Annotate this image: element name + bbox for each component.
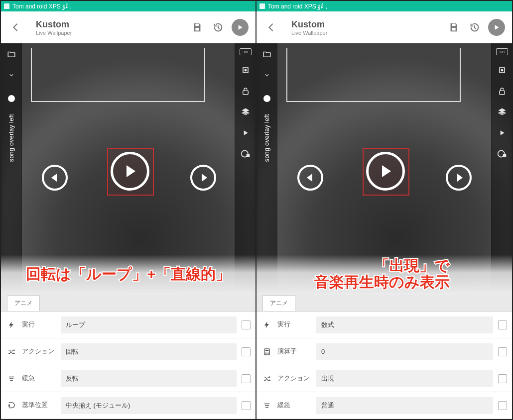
- svg-rect-14: [503, 154, 506, 157]
- caption-text: 「出現」で 音楽再生時のみ表示: [314, 257, 455, 292]
- focus-icon[interactable]: [496, 64, 508, 76]
- row-label: 緩急: [277, 401, 311, 410]
- tab-anime[interactable]: アニメ: [262, 295, 295, 311]
- back-button[interactable]: [261, 17, 280, 38]
- settings-row[interactable]: 演算子 0: [256, 338, 512, 365]
- back-button[interactable]: [6, 17, 25, 38]
- layer-name: song overlay left: [8, 114, 15, 162]
- unlock-icon[interactable]: [240, 85, 252, 97]
- preview-stage: song overlay left 3/8 「出現」で 音楽再生時のみ表示: [256, 43, 512, 295]
- row-checkbox[interactable]: [242, 320, 251, 329]
- save-button[interactable]: [188, 17, 207, 38]
- toolbar: Kustom Live Wallpaper: [256, 11, 512, 43]
- next-button[interactable]: [446, 165, 472, 191]
- row-value[interactable]: 出現: [316, 370, 493, 387]
- screen-badge[interactable]: 3/8: [496, 48, 508, 55]
- row-checkbox[interactable]: [242, 401, 251, 410]
- svg-rect-4: [243, 91, 248, 95]
- row-checkbox[interactable]: [498, 347, 507, 356]
- prev-button[interactable]: [42, 165, 68, 191]
- save-button[interactable]: [444, 17, 463, 38]
- play-button[interactable]: [488, 19, 505, 36]
- row-value[interactable]: 数式: [316, 316, 493, 333]
- row-value[interactable]: ループ: [61, 316, 237, 333]
- focus-icon[interactable]: [240, 64, 252, 76]
- app-panel: Tom and roid XPS ءُوْ , Kustom Live Wall…: [1, 1, 256, 419]
- row-checkbox[interactable]: [242, 347, 251, 356]
- app-title: Kustom: [36, 19, 186, 30]
- status-icon: [4, 3, 9, 9]
- globe-lock-icon[interactable]: [496, 148, 508, 160]
- row-checkbox[interactable]: [498, 374, 507, 383]
- row-value[interactable]: 普通: [316, 397, 493, 414]
- history-button[interactable]: [465, 17, 484, 38]
- svg-point-19: [268, 351, 269, 352]
- layer-indicator[interactable]: [8, 95, 15, 102]
- row-value[interactable]: 0: [316, 343, 493, 360]
- tab-anime[interactable]: アニメ: [7, 295, 40, 311]
- svg-point-3: [244, 69, 247, 72]
- row-value[interactable]: 中央揃え (モジュール): [61, 397, 237, 414]
- chevron-down-icon[interactable]: [5, 69, 17, 81]
- settings-row[interactable]: 緩急 普通: [256, 392, 512, 419]
- folder-icon[interactable]: [261, 48, 273, 60]
- row-label: アクション: [277, 374, 311, 383]
- settings-row[interactable]: 実行 数式: [256, 312, 512, 338]
- svg-point-17: [265, 351, 266, 352]
- settings-row[interactable]: アクション 回転: [1, 338, 256, 365]
- row-value[interactable]: 反転: [61, 370, 237, 387]
- tab-bar: アニメ: [256, 295, 512, 312]
- row-label: アクション: [22, 347, 56, 356]
- row-checkbox[interactable]: [498, 401, 507, 410]
- app-subtitle: Live Wallpaper: [36, 30, 186, 36]
- svg-rect-16: [265, 350, 269, 351]
- album-art-frame: [31, 48, 205, 102]
- row-label: 緩急: [22, 374, 56, 383]
- settings-row[interactable]: 緩急 反転: [1, 365, 256, 392]
- svg-rect-12: [499, 91, 505, 95]
- shuffle-icon: [6, 348, 17, 356]
- settings-row[interactable]: アクション 出現: [256, 365, 512, 392]
- row-label: 基準位置: [22, 401, 56, 410]
- history-button[interactable]: [209, 17, 228, 38]
- svg-point-18: [266, 351, 267, 352]
- app-subtitle: Live Wallpaper: [291, 30, 442, 36]
- unlock-icon[interactable]: [496, 85, 508, 97]
- svg-rect-9: [452, 28, 455, 30]
- caption-text: 回転は「ループ」+「直線的」: [26, 266, 231, 284]
- play-icon[interactable]: [496, 127, 508, 139]
- caption-overlay: 「出現」で 音楽再生時のみ表示: [256, 255, 512, 295]
- play-main-button[interactable]: [366, 152, 405, 191]
- status-text: Tom and roid XPS ءُوْ ,: [12, 3, 72, 10]
- bolt-icon: [6, 320, 17, 329]
- status-bar: Tom and roid XPS ءُوْ ,: [256, 1, 512, 11]
- layer-name: song overlay left: [263, 114, 270, 162]
- title-block: Kustom Live Wallpaper: [27, 19, 186, 36]
- next-button[interactable]: [190, 165, 216, 191]
- status-text: Tom and roid XPS ءُوْ ,: [268, 3, 327, 10]
- layers-icon[interactable]: [240, 106, 252, 118]
- globe-lock-icon[interactable]: [240, 148, 252, 160]
- play-icon[interactable]: [240, 127, 252, 139]
- screen-badge[interactable]: 3/8: [240, 48, 252, 55]
- play-button[interactable]: [232, 19, 249, 36]
- anchor-icon: [6, 401, 17, 410]
- row-checkbox[interactable]: [498, 320, 507, 329]
- settings-row[interactable]: 実行 ループ: [1, 312, 256, 338]
- layer-indicator[interactable]: [263, 95, 270, 102]
- status-icon: [259, 3, 265, 9]
- app-panel: Tom and roid XPS ءُوْ , Kustom Live Wall…: [256, 1, 512, 419]
- shuffle-icon: [261, 375, 272, 383]
- row-value[interactable]: 回転: [61, 343, 237, 360]
- settings-row[interactable]: 基準位置 中央揃え (モジュール): [1, 392, 256, 419]
- row-checkbox[interactable]: [242, 374, 251, 383]
- layers-icon[interactable]: [496, 106, 508, 118]
- chevron-down-icon[interactable]: [261, 69, 273, 81]
- play-main-button[interactable]: [111, 152, 149, 191]
- svg-rect-6: [246, 154, 250, 157]
- svg-rect-0: [195, 24, 199, 26]
- prev-button[interactable]: [297, 165, 323, 191]
- row-label: 実行: [277, 320, 311, 329]
- bolt-icon: [261, 320, 272, 329]
- folder-icon[interactable]: [5, 48, 17, 60]
